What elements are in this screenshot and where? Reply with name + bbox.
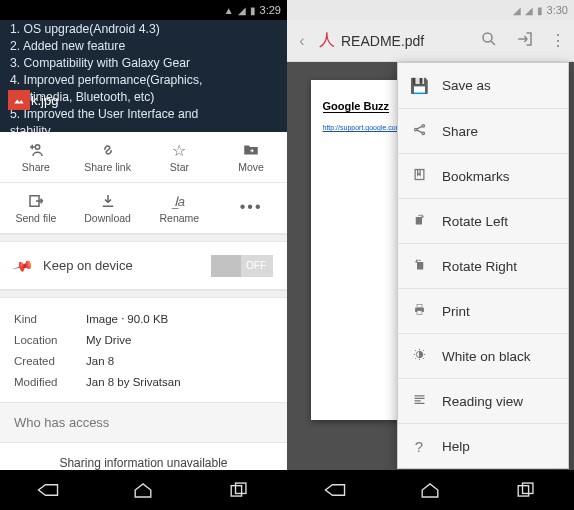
nav-bar bbox=[287, 470, 574, 510]
menu-rotate-left[interactable]: Rotate Left bbox=[398, 198, 568, 243]
toggle-state: OFF bbox=[246, 260, 266, 271]
menu-label: Reading view bbox=[442, 394, 523, 409]
menu-label: Print bbox=[442, 304, 470, 319]
menu-save-as[interactable]: 💾Save as bbox=[398, 63, 568, 108]
share-icon bbox=[410, 122, 428, 140]
rename-button[interactable]: I̲a Rename bbox=[144, 183, 216, 234]
divider bbox=[0, 290, 287, 298]
search-button[interactable] bbox=[474, 30, 504, 52]
menu-label: Rotate Right bbox=[442, 259, 517, 274]
meta-value: Jan 8 by Srivatsan bbox=[86, 376, 181, 388]
home-nav-button[interactable] bbox=[130, 481, 156, 499]
wifi-icon: ▲ bbox=[224, 5, 234, 16]
more-icon: ••• bbox=[240, 198, 263, 216]
menu-label: Help bbox=[442, 439, 470, 454]
svg-rect-12 bbox=[417, 305, 422, 308]
meta-value: Image ᐧ 90.0 KB bbox=[86, 312, 168, 326]
preview-line: 1. OS upgrade(Android 4.3) bbox=[10, 21, 277, 38]
menu-print[interactable]: Print bbox=[398, 288, 568, 333]
svg-point-6 bbox=[422, 125, 425, 128]
file-preview[interactable]: 1. OS upgrade(Android 4.3) 2. Added new … bbox=[0, 20, 287, 132]
action-label: Download bbox=[84, 212, 131, 224]
svg-rect-3 bbox=[236, 483, 246, 493]
signal-icon: ◢ bbox=[525, 5, 533, 16]
svg-rect-13 bbox=[417, 311, 422, 315]
link-icon bbox=[99, 141, 117, 159]
divider bbox=[0, 234, 287, 242]
signal-icon: ◢ bbox=[238, 5, 246, 16]
svg-rect-15 bbox=[518, 486, 528, 496]
menu-bookmarks[interactable]: Bookmarks bbox=[398, 153, 568, 198]
rotate-left-icon bbox=[410, 212, 428, 230]
menu-label: Save as bbox=[442, 78, 491, 93]
svg-point-0 bbox=[35, 145, 40, 150]
svg-rect-10 bbox=[417, 262, 423, 270]
menu-reading-view[interactable]: Reading view bbox=[398, 378, 568, 423]
svg-point-5 bbox=[414, 128, 417, 131]
meta-key: Modified bbox=[14, 376, 86, 388]
action-label: Move bbox=[238, 161, 264, 173]
signal-icon: ◢ bbox=[513, 5, 521, 16]
move-button[interactable]: Move bbox=[215, 132, 287, 183]
file-badge: k.jpg bbox=[8, 90, 58, 110]
keep-label: Keep on device bbox=[43, 258, 133, 273]
svg-rect-2 bbox=[231, 486, 241, 496]
export-icon bbox=[27, 192, 45, 210]
back-nav-button[interactable] bbox=[35, 481, 61, 499]
back-nav-button[interactable] bbox=[322, 481, 348, 499]
overflow-menu: 💾Save as Share Bookmarks Rotate Left Rot… bbox=[397, 62, 569, 469]
battery-icon: ▮ bbox=[537, 5, 543, 16]
contrast-icon bbox=[410, 347, 428, 365]
action-label: Share bbox=[22, 161, 50, 173]
rotate-right-icon bbox=[410, 257, 428, 275]
preview-line: 4. Improved performance(Graphics, bbox=[10, 72, 277, 89]
action-grid: Share Share link ☆ Star Move bbox=[0, 132, 287, 234]
folder-move-icon bbox=[242, 141, 260, 159]
back-button[interactable]: ‹ bbox=[291, 32, 313, 50]
menu-white-on-black[interactable]: White on black bbox=[398, 333, 568, 378]
battery-icon: ▮ bbox=[250, 5, 256, 16]
meta-key: Location bbox=[14, 334, 86, 346]
preview-line: stability bbox=[10, 123, 277, 132]
star-button[interactable]: ☆ Star bbox=[144, 132, 216, 183]
keep-toggle[interactable]: OFF bbox=[211, 255, 273, 277]
status-bar: ◢ ◢ ▮ 3:30 bbox=[287, 0, 574, 20]
status-time: 3:29 bbox=[260, 4, 281, 16]
preview-line: 3. Compatibility with Galaxy Gear bbox=[10, 55, 277, 72]
reading-icon bbox=[410, 392, 428, 410]
share-link-button[interactable]: Share link bbox=[72, 132, 144, 183]
phone-right: ◢ ◢ ▮ 3:30 ‹ 人 README.pdf ⋮ Google Buzz … bbox=[287, 0, 574, 510]
status-bar: ▲ ◢ ▮ 3:29 bbox=[0, 0, 287, 20]
document-title: README.pdf bbox=[341, 33, 468, 49]
home-nav-button[interactable] bbox=[417, 481, 443, 499]
recent-nav-button[interactable] bbox=[226, 481, 252, 499]
meta-key: Kind bbox=[14, 313, 86, 325]
rename-icon: I̲a bbox=[174, 192, 185, 210]
share-button[interactable]: Share bbox=[0, 132, 72, 183]
pdf-icon: 人 bbox=[319, 30, 335, 51]
overflow-button[interactable]: ⋮ bbox=[546, 31, 570, 50]
svg-point-7 bbox=[422, 132, 425, 135]
status-time: 3:30 bbox=[547, 4, 568, 16]
file-metadata: KindImage ᐧ 90.0 KB LocationMy Drive Cre… bbox=[0, 298, 287, 403]
nav-bar bbox=[0, 470, 287, 510]
action-label: Share link bbox=[84, 161, 131, 173]
meta-value: Jan 8 bbox=[86, 355, 114, 367]
send-file-button[interactable]: Send file bbox=[0, 183, 72, 234]
svg-point-4 bbox=[483, 33, 492, 42]
more-button[interactable]: ••• bbox=[215, 183, 287, 234]
download-button[interactable]: Download bbox=[72, 183, 144, 234]
recent-nav-button[interactable] bbox=[513, 481, 539, 499]
open-in-button[interactable] bbox=[510, 30, 540, 52]
menu-rotate-right[interactable]: Rotate Right bbox=[398, 243, 568, 288]
menu-help[interactable]: ?Help bbox=[398, 423, 568, 468]
image-icon bbox=[8, 90, 30, 110]
menu-share[interactable]: Share bbox=[398, 108, 568, 153]
action-label: Star bbox=[170, 161, 189, 173]
keep-on-device-row[interactable]: 📌 Keep on device OFF bbox=[0, 242, 287, 290]
save-icon: 💾 bbox=[410, 77, 428, 95]
svg-rect-16 bbox=[523, 483, 533, 493]
person-plus-icon bbox=[27, 141, 45, 159]
print-icon bbox=[410, 302, 428, 320]
file-name: k.jpg bbox=[31, 92, 58, 109]
